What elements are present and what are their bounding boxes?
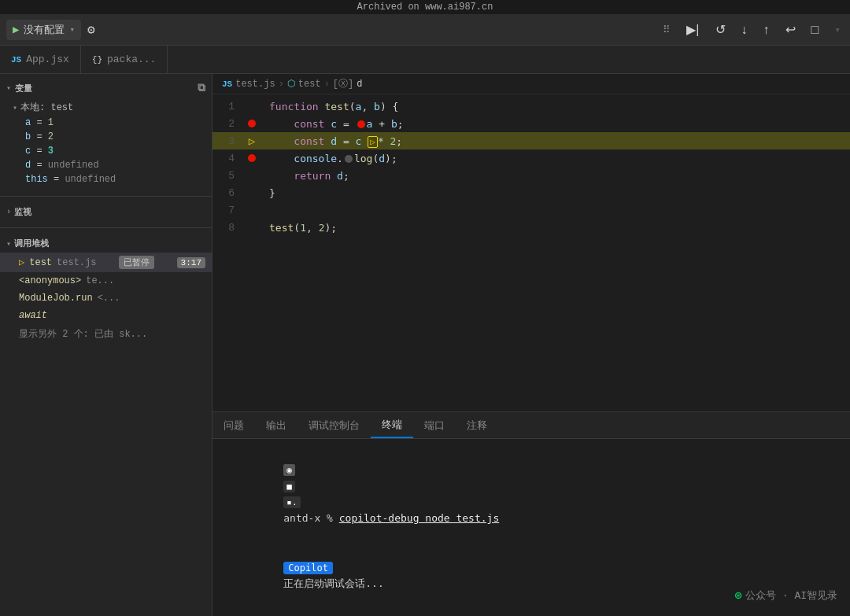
tab-package-json[interactable]: {} packa... [81, 46, 168, 73]
code-area: 1 function test(a, b) { 2 const c = a + … [213, 94, 850, 411]
code-line-4: 4 console.log(d); [213, 149, 850, 167]
sidebar-divider-2 [0, 227, 212, 228]
breadcrumb-var-icon: [ⓧ] [333, 77, 353, 90]
tab-bar: JS App.jsx {} packa... [0, 46, 850, 74]
breakpoint-dot-2[interactable] [248, 120, 256, 127]
tab-app-jsx[interactable]: JS App.jsx [0, 46, 81, 73]
code-line-1: 1 function test(a, b) { [213, 98, 850, 115]
call-stack-item-modulejob[interactable]: ModuleJob.run <... [0, 290, 212, 307]
terminal-line-1: ◉ ■ ▪. antd-x % copilot-debug node test.… [222, 445, 841, 544]
stop-button[interactable]: □ [808, 21, 822, 39]
copilot-badge: Copilot [283, 562, 333, 574]
panel-tabs: 问题 输出 调试控制台 终端 端口 注释 [213, 412, 850, 439]
variables-chevron-icon: ▾ [6, 83, 12, 93]
watch-label: 监视 [14, 206, 31, 218]
breadcrumb-cube-icon: ⬡ [287, 78, 295, 90]
line-num-1: 1 [213, 101, 244, 113]
var-c: c = 3 [0, 144, 212, 158]
terminal-starting-text: 正在启动调试会话... [283, 577, 383, 589]
debug-toolbar: ⠿ ▶| ↺ ↓ ↑ ↩ □ ▾ [663, 20, 844, 39]
tab-ports[interactable]: 端口 [413, 412, 456, 438]
continue-button[interactable]: ▶| [683, 20, 702, 39]
run-label: 没有配置 [24, 23, 65, 37]
call-stack-item-anon[interactable]: <anonymous> te... [0, 272, 212, 290]
code-content-3: const d = c ▷* 2; [260, 135, 402, 147]
breadcrumb-sep-2: › [324, 79, 330, 90]
js-icon: JS [222, 79, 232, 89]
tab-issues[interactable]: 问题 [213, 412, 255, 438]
breadcrumb-var: d [357, 79, 362, 90]
line-num-5: 5 [213, 170, 244, 182]
restart-button[interactable]: ↩ [782, 20, 799, 39]
var-b: b = 2 [0, 130, 212, 144]
variables-label: 变量 [15, 83, 33, 94]
line-num-8: 8 [213, 222, 244, 234]
breakpoint-area-4[interactable] [244, 154, 260, 162]
call-stack-chevron-icon: ▾ [6, 239, 11, 249]
code-line-8: 8 test(1, 2); [213, 219, 850, 236]
tab-debug-console[interactable]: 调试控制台 [298, 412, 371, 438]
call-stack-section: ▾ 调用堆栈 ▷ test test.js 已暂停 3:17 <anonymou… [0, 231, 212, 347]
editor-container: JS test.js › ⬡ test › [ⓧ] d 1 function t… [213, 74, 850, 616]
tab-comments[interactable]: 注释 [456, 412, 498, 438]
line-num-7: 7 [213, 205, 244, 216]
watch-header[interactable]: › 监视 [0, 203, 212, 221]
line-num-2: 2 [213, 118, 244, 130]
terminal-command: copilot-debug node test.js [339, 512, 500, 524]
dropdown-arrow-icon: ▾ [69, 24, 75, 35]
breakpoint-area-3[interactable]: ▷ [244, 135, 260, 147]
breakpoint-area-2[interactable] [244, 120, 260, 127]
tab-output[interactable]: 输出 [255, 412, 298, 438]
jsx-icon: JS [11, 55, 21, 65]
code-content-8: test(1, 2); [260, 222, 337, 234]
code-line-2: 2 const c = a + b; [213, 115, 850, 132]
line-num-6: 6 [213, 187, 244, 199]
tab-app-jsx-label: App.jsx [26, 53, 69, 65]
run-config-button[interactable]: ▶ 没有配置 ▾ [6, 20, 81, 40]
bottom-panel: 问题 输出 调试控制台 终端 端口 注释 [213, 411, 850, 616]
local-chevron-icon: ▾ [13, 103, 17, 113]
terminal-line-2: Copilot 正在启动调试会话... [222, 544, 841, 609]
line-badge: 3:17 [177, 257, 205, 268]
code-content-5: return d; [260, 170, 349, 182]
breadcrumb-func: test [298, 79, 321, 90]
step-out-button[interactable]: ↑ [760, 21, 773, 39]
step-into-button[interactable]: ↓ [738, 21, 751, 39]
block2-icon: ▪. [283, 496, 300, 508]
line-num-4: 4 [213, 153, 244, 164]
var-this: this = undefined [0, 172, 212, 186]
inline-bp-2 [357, 120, 365, 128]
grid-icon: ⠿ [663, 24, 671, 36]
terminal-content[interactable]: ◉ ■ ▪. antd-x % copilot-debug node test.… [213, 439, 850, 616]
archived-bar: Archived on www.ai987.cn [0, 0, 850, 14]
call-stack-item-await[interactable]: await [0, 307, 212, 324]
json-icon: {} [92, 55, 102, 65]
variables-header[interactable]: ▾ 变量 ⧉ [0, 79, 212, 98]
line-num-3: 3 [213, 135, 244, 147]
breakpoint-dot-4[interactable] [248, 154, 256, 162]
step-over-button[interactable]: ↺ [712, 20, 729, 39]
show-more-button[interactable]: 显示另外 2 个: 已由 sk... [0, 324, 212, 344]
terminal-line-3: ▪▪▪ '.nvm/versions/node/v20.18.0/bin/nod… [222, 609, 841, 616]
sidebar: ▾ 变量 ⧉ ▾ 本地: test a = 1 b = 2 [0, 74, 213, 616]
main-content: ▾ 变量 ⧉ ▾ 本地: test a = 1 b = 2 [0, 74, 850, 616]
call-stack-item-test[interactable]: ▷ test test.js 已暂停 3:17 [0, 253, 212, 272]
sidebar-divider-1 [0, 196, 212, 197]
tab-package-json-label: packa... [107, 53, 156, 65]
local-header[interactable]: ▾ 本地: test [0, 99, 212, 116]
breadcrumb-sep-1: › [279, 79, 284, 90]
toggle-icon: ◉ [283, 464, 295, 476]
gear-icon[interactable]: ⚙ [87, 22, 95, 38]
paused-badge: 已暂停 [119, 256, 154, 269]
code-content-6: } [260, 187, 275, 199]
code-content-4: console.log(d); [260, 153, 397, 164]
code-content-1: function test(a, b) { [260, 101, 398, 113]
call-stack-label: 调用堆栈 [14, 238, 49, 249]
watch-section: › 监视 [0, 200, 212, 224]
call-stack-header[interactable]: ▾ 调用堆栈 [0, 234, 212, 253]
breadcrumb-file: test.js [235, 79, 275, 90]
local-label: 本地: test [20, 101, 73, 114]
var-a: a = 1 [0, 116, 212, 130]
copy-icon[interactable]: ⧉ [198, 82, 206, 94]
tab-terminal[interactable]: 终端 [371, 412, 413, 438]
